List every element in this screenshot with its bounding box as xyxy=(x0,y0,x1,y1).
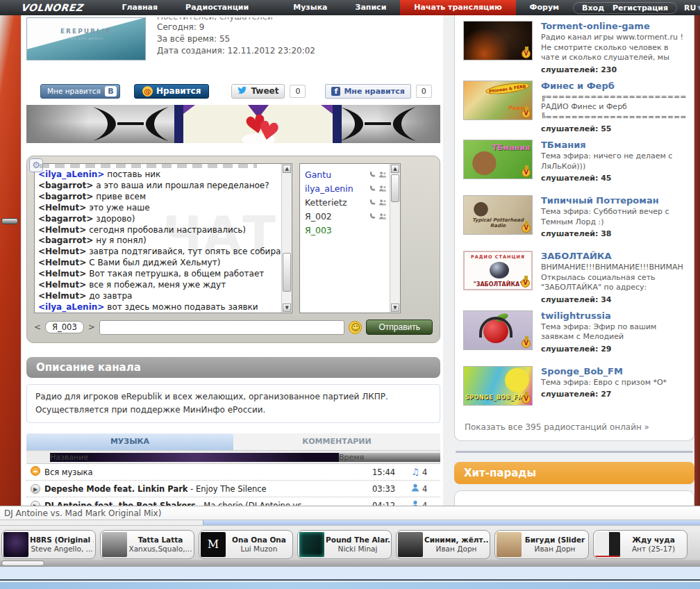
chat-message: <Helmut>Вот такая петрушка, в общем рабо… xyxy=(38,269,278,280)
userlist-scrollbar[interactable]: ▲ ▼ xyxy=(390,164,400,313)
nav-item-forum[interactable]: Форум xyxy=(516,0,574,15)
tab-music[interactable]: МУЗЫКА xyxy=(26,433,233,450)
track-card-art xyxy=(3,532,28,557)
nav-item-stations[interactable]: Радиостанции xyxy=(172,0,262,15)
chat-scrollbar[interactable]: ▲ ▼ xyxy=(281,164,292,313)
chat-user-name[interactable]: Ketterietz xyxy=(305,197,369,208)
station-item[interactable]: Phineas & FERB Радио V Финес и Ферб ╔===… xyxy=(463,81,685,134)
track-card[interactable]: Tatta LattaXanxus,Squalo,... xyxy=(100,530,194,559)
station-description: Тема эфира: Субботний вечер с Темным Лор… xyxy=(541,207,685,227)
call-icon[interactable] xyxy=(369,199,376,206)
language-code[interactable]: RU xyxy=(684,3,696,13)
facebook-like-button[interactable]: f Мне нравится xyxy=(325,84,410,99)
chat-user-name[interactable]: Gantu xyxy=(305,169,369,180)
station-listeners: слушателей: 55 xyxy=(541,124,686,133)
chat-user-row[interactable]: Gantu xyxy=(305,167,390,181)
station-thumbnail[interactable]: Typical Potterhead Radio V xyxy=(463,195,533,235)
nickname-display[interactable]: Я_003 xyxy=(45,321,84,333)
track-card[interactable]: Жду чудаАнт (25-17) xyxy=(593,530,688,559)
track-card[interactable]: H8RS (Original ...Steve Angello, ... xyxy=(1,530,96,559)
description-line: Радио для игроков eRepublik и всех желаю… xyxy=(35,390,431,404)
nick-next-arrow[interactable]: > xyxy=(88,322,95,332)
channel-alltime: За всё время: 55 xyxy=(157,33,315,45)
track-row[interactable]: ▶ Depeshe Mode feat. Linkin Park - Enjoy… xyxy=(26,481,440,497)
station-item[interactable]: ТБмания V ТБмания Тема эфира: ничего не … xyxy=(463,140,685,189)
now-playing-title: DJ Antoine vs. Mad Mark Original Mix) xyxy=(4,508,700,518)
send-button[interactable]: Отправить xyxy=(366,320,433,335)
call-icon[interactable] xyxy=(369,171,376,179)
track-card[interactable]: Синими, жёлт...Иван Дорн xyxy=(396,530,490,559)
chat-user-row[interactable]: ilya_aLenin xyxy=(305,181,390,195)
private-chat-icon[interactable] xyxy=(378,171,388,179)
station-thumbnail[interactable]: SPONGE_BOB_FM V xyxy=(463,366,533,406)
track-row[interactable]: Вся музыка 15:44 ♫ 4 xyxy=(26,464,440,481)
vk-icon: В xyxy=(105,86,117,97)
station-item[interactable]: V Torment-online-game Радио канал игры w… xyxy=(463,21,685,74)
chat-user-row-self[interactable]: Я_003 xyxy=(305,223,390,237)
language-selector[interactable]: RU ▼ xyxy=(684,3,700,13)
scroll-down-arrow-icon[interactable]: ▼ xyxy=(283,304,291,312)
tab-comments[interactable]: КОММЕНТАРИИ xyxy=(233,433,440,450)
player-scrollbar[interactable] xyxy=(0,520,700,526)
bottom-scrollbar-thumb[interactable] xyxy=(1,561,44,566)
nav-item-music[interactable]: Музыка xyxy=(279,0,341,15)
chat-user-name[interactable]: ilya_aLenin xyxy=(305,183,369,194)
login-link[interactable]: Вход xyxy=(582,3,604,13)
tweet-button[interactable]: Tweet xyxy=(231,84,285,99)
station-thumbnail[interactable]: РАДИО СТАНЦИЯ "ЗАБОЛТАЙКА" V xyxy=(463,251,533,290)
track-card[interactable]: M Ona Ona OnaLui Muzon xyxy=(199,530,293,559)
station-item[interactable]: SPONGE_BOB_FM V Sponge_Bob_FM Тема эфира… xyxy=(463,366,685,415)
station-item[interactable]: РАДИО СТАНЦИЯ "ЗАБОЛТАЙКА" V ЗАБОЛТАЙКА … xyxy=(463,251,685,304)
private-chat-icon[interactable] xyxy=(378,199,388,206)
station-thumbnail[interactable]: Phineas & FERB Радио V xyxy=(463,81,533,120)
station-thumbnail[interactable]: V xyxy=(463,21,533,60)
chat-scrollbar-thumb[interactable] xyxy=(283,253,291,292)
chat-user-name[interactable]: Я_002 xyxy=(305,211,369,222)
station-description: Тема эфира: ничего не делаем с ЛяЛьКой))… xyxy=(541,151,685,172)
nav-item-home[interactable]: Главная xyxy=(108,0,172,15)
station-name[interactable]: twilightrussia xyxy=(541,310,685,321)
chat-message: <bagarrot>ну я понял) xyxy=(38,235,278,247)
mailru-like-button[interactable]: @ Нравится xyxy=(134,84,210,99)
collapse-icon[interactable] xyxy=(31,466,40,476)
chat-user-row[interactable]: Ketterietz xyxy=(305,195,390,209)
userlist-scrollbar-thumb[interactable] xyxy=(391,174,399,202)
station-name[interactable]: Sponge_Bob_FM xyxy=(541,366,685,376)
private-chat-icon[interactable] xyxy=(378,213,388,220)
chat-user-name[interactable]: Я_003 xyxy=(305,225,390,235)
scroll-up-arrow-icon[interactable]: ▲ xyxy=(391,165,399,173)
bottom-horizontal-scrollbar[interactable] xyxy=(0,560,700,567)
content-tabs: МУЗЫКА КОММЕНТАРИИ xyxy=(26,433,440,450)
chat-user-row[interactable]: Я_002 xyxy=(305,209,390,223)
vk-like-button[interactable]: Мне нравится В xyxy=(40,84,120,99)
station-item[interactable]: V twilightrussia Тема эфира: Эфир по ваш… xyxy=(463,310,685,360)
station-item[interactable]: Typical Potterhead Radio V Типичный Потт… xyxy=(463,195,685,244)
station-name[interactable]: Финес и Ферб xyxy=(541,81,686,91)
station-name[interactable]: Torment-online-game xyxy=(541,21,685,31)
station-name[interactable]: Типичный Поттероман xyxy=(541,195,685,206)
site-logo[interactable]: VOLNOREZ xyxy=(20,2,83,13)
station-thumbnail[interactable]: V xyxy=(463,310,533,350)
chat-message-input[interactable] xyxy=(99,320,345,335)
scroll-down-arrow-icon[interactable]: ▼ xyxy=(391,304,399,312)
smiley-icon[interactable]: ☺ xyxy=(349,321,362,334)
private-chat-icon[interactable] xyxy=(378,185,388,192)
play-icon[interactable]: ▶ xyxy=(31,484,40,494)
chat-panel: ⚙ ЧАТ <ilya_aLenin>поставь ник <bagarrot… xyxy=(26,156,440,343)
track-card[interactable]: Бигуди (SliderИван Дорн xyxy=(494,530,589,559)
nick-prev-arrow[interactable]: < xyxy=(34,322,41,332)
station-name[interactable]: ЗАБОЛТАЙКА xyxy=(541,251,685,261)
nav-item-records[interactable]: Записи xyxy=(342,0,401,15)
station-name[interactable]: ТБмания xyxy=(541,140,685,150)
nav-item-start-broadcast[interactable]: Начать трансляцию xyxy=(400,0,515,15)
show-all-stations-link[interactable]: Показать все 395 радиостанций онлайн » xyxy=(465,422,685,432)
station-thumbnail[interactable]: ТБмания V xyxy=(463,140,533,179)
scroll-up-arrow-icon[interactable]: ▲ xyxy=(283,165,291,173)
register-link[interactable]: Регистрация xyxy=(612,3,668,13)
call-icon[interactable] xyxy=(369,185,376,192)
call-icon[interactable] xyxy=(369,213,376,220)
card-title: Бигуди (Slider xyxy=(523,536,587,545)
track-card[interactable]: Pound The Alar...Nicki Minaj xyxy=(297,530,392,559)
player-scrollbar-thumb[interactable] xyxy=(203,520,700,525)
right-background-strip xyxy=(694,15,700,506)
